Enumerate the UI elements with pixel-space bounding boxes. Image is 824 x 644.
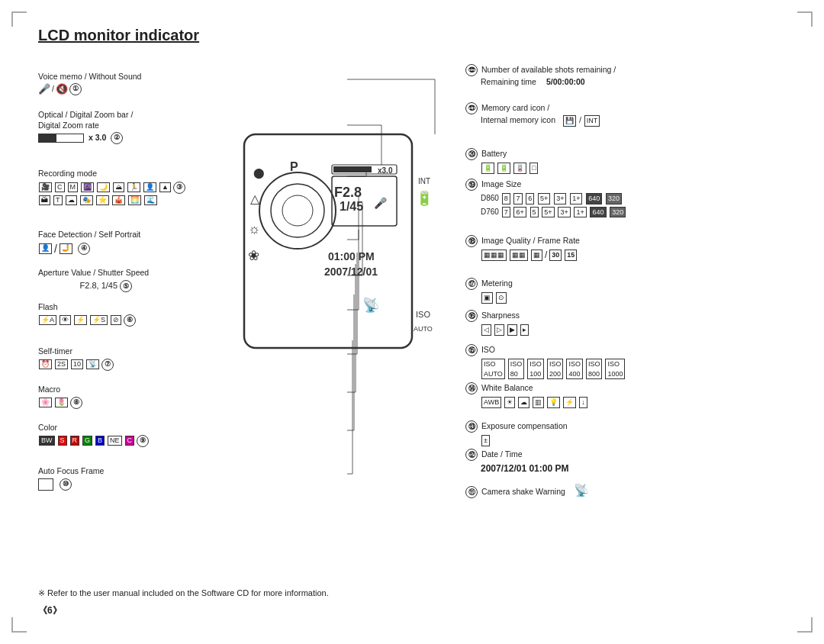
memcard-icon: 💾 bbox=[563, 115, 576, 127]
timer-off-icon: ⏰ bbox=[39, 359, 52, 370]
mode-icon-f: ⛰ bbox=[113, 182, 124, 193]
mode-icon-i: ▲ bbox=[159, 182, 171, 193]
label-num-13: ⑬ bbox=[465, 420, 478, 433]
label-image-size: ⑲ Image Size D860 8 7 6 5+ 3+ 1+ 640 320… bbox=[465, 179, 626, 218]
label-self-timer: Self-timer ⏰ 2S 10 📡 ⑦ bbox=[38, 346, 115, 371]
size-8m-icon: 8 bbox=[502, 193, 510, 204]
iso-400-icon: ISO400 bbox=[566, 359, 583, 379]
footnote: ※ Refer to the user manual included on t… bbox=[38, 588, 329, 598]
right-labels-panel: ㉒ Number of available shots remaining / … bbox=[465, 58, 786, 531]
label-metering: ⑰ Metering ▣ ⊙ bbox=[465, 278, 513, 304]
iso-80-icon: ISO80 bbox=[508, 359, 525, 379]
timer-2s-icon: 2S bbox=[55, 359, 68, 370]
size-5m-2-icon: 5 bbox=[530, 207, 539, 218]
microphone-icon: 🎤 bbox=[38, 83, 50, 96]
iso-100-icon: ISO100 bbox=[527, 359, 544, 379]
iso-200-icon: ISO200 bbox=[547, 359, 564, 379]
quality-fine-icon: ▦▦ bbox=[510, 250, 528, 261]
timer-remote-icon: 📡 bbox=[86, 359, 99, 370]
label-image-quality: ⑱ Image Quality / Frame Rate ▦▦▦ ▦▦ ▦ / … bbox=[465, 235, 580, 262]
size-6m-icon: 6 bbox=[526, 193, 534, 204]
page-title: LCD monitor indicator bbox=[38, 27, 786, 44]
label-num-9: ⑨ bbox=[137, 435, 149, 447]
svg-point-2 bbox=[271, 184, 324, 237]
sharp-hard-icon: ▶ bbox=[507, 324, 517, 336]
battery-low-icon: 🪫 bbox=[513, 163, 526, 174]
corner-mark-br bbox=[797, 617, 813, 633]
label-iso: ⑮ ISO ISOAUTO ISO80 ISO100 ISO200 ISO400… bbox=[465, 344, 626, 380]
label-shots-remaining: ㉒ Number of available shots remaining / … bbox=[465, 64, 616, 88]
label-voice-memo: Voice memo / Without Sound 🎤 / 🔇 ① bbox=[38, 72, 141, 96]
size-320-icon: 320 bbox=[606, 193, 622, 204]
quality-normal-icon: ▦ bbox=[531, 250, 542, 261]
mode-icon-q: 🌊 bbox=[144, 195, 157, 206]
flash-off-icon: ⊘ bbox=[111, 315, 121, 326]
label-camera-shake: ⑪ Camera shake Warning 📡 bbox=[465, 482, 589, 499]
iso-800-icon: ISO800 bbox=[586, 359, 603, 379]
exposure-icon: ± bbox=[481, 435, 490, 446]
mode-icon-g: 🏃 bbox=[127, 182, 140, 193]
label-color: Color BW S R G B NE C ⑨ bbox=[38, 423, 150, 447]
date-time-value: 2007/12/01 01:00 PM bbox=[481, 462, 568, 475]
svg-text:x3.0: x3.0 bbox=[378, 166, 393, 175]
label-num-1: ① bbox=[69, 83, 82, 95]
battery-half-icon: 🔋 bbox=[497, 163, 510, 174]
mode-icon-l: ☁ bbox=[66, 195, 77, 206]
corner-mark-bl bbox=[11, 617, 27, 633]
wb-custom-icon: ↓ bbox=[579, 397, 587, 408]
mode-icon-j: 🏔 bbox=[39, 195, 50, 206]
corner-mark-tl bbox=[11, 11, 27, 27]
no-sound-icon: 🔇 bbox=[56, 83, 68, 96]
mode-icon-d: 🌆 bbox=[81, 182, 94, 193]
mode-icon-m: 🎭 bbox=[80, 195, 93, 206]
size-3m-2-icon: 3+ bbox=[558, 207, 570, 218]
mode-icon-b: C bbox=[55, 182, 65, 193]
label-num-21: ㉑ bbox=[465, 102, 478, 114]
label-num-11: ⑪ bbox=[465, 486, 478, 498]
mode-icon-p: 🌅 bbox=[128, 195, 141, 206]
flash-auto-icon: ⚡A bbox=[39, 315, 56, 326]
intmem-icon: INT bbox=[584, 115, 600, 127]
label-num-17: ⑰ bbox=[465, 278, 478, 290]
svg-text:⬤: ⬤ bbox=[253, 167, 265, 179]
iso-auto-icon: ISOAUTO bbox=[481, 359, 505, 379]
quality-superfine-icon: ▦▦▦ bbox=[481, 250, 507, 261]
size-7m-icon: 7 bbox=[513, 193, 522, 204]
label-num-19: ⑲ bbox=[465, 179, 478, 191]
svg-text:🔋: 🔋 bbox=[416, 190, 433, 207]
size-3m-icon: 3+ bbox=[554, 193, 566, 204]
color-s-icon: S bbox=[58, 436, 67, 446]
label-num-18: ⑱ bbox=[465, 235, 478, 247]
label-num-16: ⑯ bbox=[465, 310, 478, 322]
size-5m-3-icon: 5+ bbox=[542, 207, 554, 218]
label-num-12: ⑫ bbox=[465, 449, 478, 461]
size-1m-2-icon: 1+ bbox=[574, 207, 586, 218]
label-battery: ⑳ Battery 🔋 🔋 🪫 □ bbox=[465, 148, 539, 175]
left-labels-panel: Voice memo / Without Sound 🎤 / 🔇 ① Optic… bbox=[38, 58, 191, 531]
camera-shake-icon: 📡 bbox=[574, 484, 589, 497]
camera-diagram: P x3.0 F2.8 1/45 🎤 01:00 PM 2007/12/01 ⬤… bbox=[198, 58, 458, 531]
svg-text:P: P bbox=[290, 160, 298, 173]
label-face-detection: Face Detection / Self Portrait 👤 / 🤳 ④ bbox=[38, 230, 140, 256]
label-num-8: ⑧ bbox=[70, 397, 82, 409]
macro-icon: 🌸 bbox=[39, 398, 52, 408]
metering-multi-icon: ▣ bbox=[481, 292, 493, 304]
af-frame-icon bbox=[38, 478, 53, 491]
color-g-icon: G bbox=[82, 436, 92, 446]
label-white-balance: ⑭ White Balance AWB ☀ ☁ ▥ 💡 ⚡ ↓ bbox=[465, 382, 588, 409]
svg-point-3 bbox=[282, 195, 313, 226]
svg-text:F2.8: F2.8 bbox=[334, 185, 362, 200]
label-num-2: ② bbox=[111, 132, 123, 144]
svg-text:☼: ☼ bbox=[248, 221, 261, 237]
svg-text:📡: 📡 bbox=[362, 297, 380, 314]
flash-redeye-icon: 👁 bbox=[60, 315, 71, 326]
self-portrait-icon: 🤳 bbox=[60, 243, 72, 254]
size-7m-2-icon: 7 bbox=[502, 207, 510, 218]
wb-cloud-icon: ☁ bbox=[518, 397, 529, 408]
color-bw-icon: BW bbox=[39, 436, 55, 446]
label-aperture: Aperture Value / Shutter Speed F2.8, 1/4… bbox=[38, 268, 149, 292]
label-num-22: ㉒ bbox=[465, 64, 478, 76]
size-320-2-icon: 320 bbox=[610, 207, 626, 218]
label-flash: Flash ⚡A 👁 ⚡ ⚡S ⊘ ⑥ bbox=[38, 302, 137, 327]
label-num-6: ⑥ bbox=[124, 314, 136, 327]
